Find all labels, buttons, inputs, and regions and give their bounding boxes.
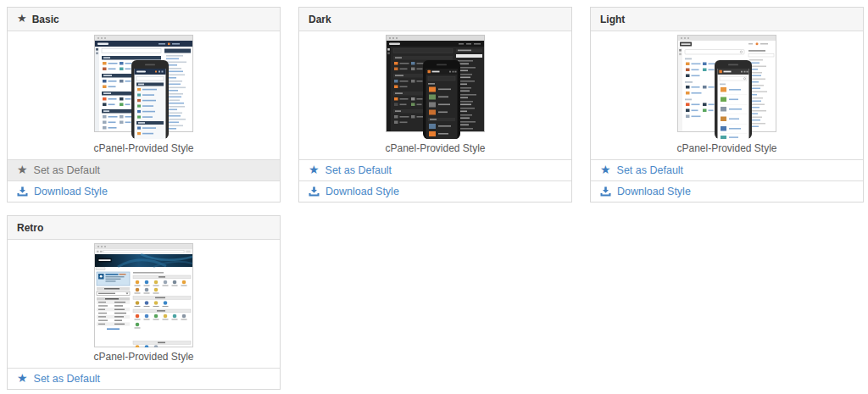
style-title-retro: Retro	[17, 222, 43, 234]
set-default-link-dark[interactable]: Set as Default	[326, 164, 392, 176]
download-icon	[309, 186, 320, 197]
download-action-basic[interactable]: Download Style	[8, 180, 280, 202]
style-card-grid: ★ Basic	[0, 0, 868, 390]
download-link-light[interactable]: Download Style	[617, 186, 691, 197]
set-default-link-light[interactable]: Set as Default	[617, 164, 684, 176]
style-title-dark: Dark	[309, 14, 331, 25]
set-default-link-retro[interactable]: Set as Default	[34, 373, 101, 385]
style-card-header-retro: Retro	[8, 216, 280, 240]
style-preview-basic: cPanel-Provided Style	[8, 31, 280, 159]
download-link-basic[interactable]: Download Style	[34, 186, 108, 197]
style-title-light: Light	[600, 14, 625, 25]
style-card-retro: Retro	[7, 215, 281, 390]
style-caption-light: cPanel-Provided Style	[676, 142, 776, 154]
download-icon	[600, 186, 611, 197]
set-default-action-dark[interactable]: ★ Set as Default	[299, 159, 571, 180]
set-default-action-retro[interactable]: ★ Set as Default	[8, 368, 280, 389]
star-icon: ★	[17, 164, 28, 175]
style-caption-retro: cPanel-Provided Style	[93, 351, 193, 363]
style-card-header-dark: Dark	[299, 8, 571, 31]
style-card-light: Light	[590, 7, 864, 203]
style-title-basic: Basic	[32, 14, 59, 25]
set-default-action-basic: ★ Set as Default	[8, 159, 280, 180]
style-card-header-basic: ★ Basic	[8, 8, 280, 31]
current-default-star-icon: ★	[17, 13, 27, 24]
set-default-action-light[interactable]: ★ Set as Default	[591, 159, 863, 180]
download-icon	[17, 186, 28, 197]
star-icon: ★	[600, 164, 611, 175]
style-card-header-light: Light	[591, 8, 863, 31]
download-link-dark[interactable]: Download Style	[326, 186, 399, 197]
light-style-preview-image	[677, 35, 776, 139]
style-card-dark: Dark	[298, 7, 572, 203]
star-icon: ★	[309, 164, 320, 175]
download-action-light[interactable]: Download Style	[591, 180, 863, 202]
style-preview-retro: cPanel-Provided Style	[8, 240, 280, 368]
style-caption-basic: cPanel-Provided Style	[93, 142, 193, 154]
basic-style-preview-image	[94, 35, 193, 139]
style-card-basic: ★ Basic	[7, 7, 281, 203]
set-default-label-basic: Set as Default	[34, 164, 101, 176]
style-preview-light: cPanel-Provided Style	[591, 31, 863, 159]
style-preview-dark: cPanel-Provided Style	[299, 31, 571, 159]
star-icon: ★	[17, 372, 28, 384]
download-action-dark[interactable]: Download Style	[299, 180, 571, 202]
dark-style-preview-image	[386, 35, 485, 139]
style-caption-dark: cPanel-Provided Style	[385, 142, 485, 154]
retro-style-preview-image	[94, 243, 193, 347]
